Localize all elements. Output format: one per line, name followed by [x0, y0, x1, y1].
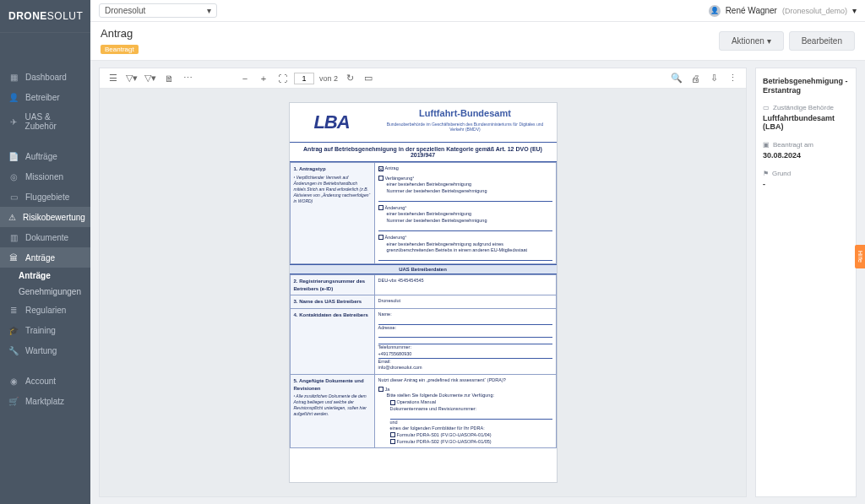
nav-label: Wartung [25, 346, 57, 355]
download-icon[interactable]: ⇩ [707, 72, 721, 85]
details-label: Beantragt am [773, 141, 813, 149]
page-header: Antrag Beantragt Aktionen ▾ Bearbeiten [90, 22, 865, 61]
pdf-form-heading: Antrag auf Betriebsgenehmigung in der sp… [290, 143, 557, 162]
details-title: Betriebsgenehmigung - Erstantrag [763, 77, 849, 95]
fit-icon[interactable]: ⛶ [275, 72, 289, 85]
nav-icon: ✈ [8, 117, 19, 127]
nav-label: Training [25, 326, 56, 335]
chevron-down-icon: ▾ [207, 6, 211, 15]
pdf-toolbar: ☰ ▽▾ ▽▾ 🗎 ⋯ − + ⛶ von 2 ↻ ▭ 🔍 🖨 ⇩ [100, 68, 746, 89]
pdf-viewer: ☰ ▽▾ ▽▾ 🗎 ⋯ − + ⛶ von 2 ↻ ▭ 🔍 🖨 ⇩ [99, 68, 747, 497]
user-org: (Dronesolut_demo) [782, 7, 847, 15]
user-menu[interactable]: 👤 René Wagner (Dronesolut_demo) ▾ [709, 5, 857, 17]
rotate-icon[interactable]: ↻ [343, 72, 356, 85]
pdf-section-header: UAS Betreiberdaten [290, 264, 557, 274]
sidebar-item-account[interactable]: ◉Account [0, 371, 90, 391]
workspace-selector[interactable]: Dronesolut ▾ [99, 3, 217, 18]
nav-label: Missionen [25, 172, 63, 182]
nav-icon: ▭ [8, 192, 19, 202]
page-title: Antrag [101, 27, 139, 40]
logo-text-1: DRONE [8, 10, 47, 22]
nav-icon: ◉ [8, 376, 19, 386]
nav-label: Risikobewertung [23, 213, 85, 222]
content-area: ☰ ▽▾ ▽▾ 🗎 ⋯ − + ⛶ von 2 ↻ ▭ 🔍 🖨 ⇩ [90, 61, 865, 504]
nav-label: Aufträge [25, 152, 57, 161]
search-icon[interactable]: 🔍 [670, 72, 683, 85]
highlight-icon[interactable]: ▽▾ [125, 72, 139, 85]
topbar: Dronesolut ▾ 👤 René Wagner (Dronesolut_d… [90, 0, 865, 22]
sidebar-item-missionen[interactable]: ◎Missionen [0, 166, 90, 187]
zoom-out-icon[interactable]: − [238, 72, 252, 85]
sidebar-item-dashboard[interactable]: ▦Dashboard [0, 67, 90, 87]
edit-button[interactable]: Bearbeiten [789, 31, 855, 51]
avatar: 👤 [709, 5, 721, 17]
details-label: Grund [772, 170, 791, 177]
authority-icon: ▭ [763, 104, 770, 111]
nav-label: UAS & Zubehör [25, 112, 82, 131]
pdf-authority-title: Luftfahrt-Bundesamt [379, 108, 552, 118]
nav-label: Dokumente [25, 233, 68, 242]
nav-label: Anträge [25, 253, 55, 263]
nav-icon: ⚠ [8, 212, 16, 222]
nav-label: Marktplatz [25, 397, 64, 406]
sidebar-item-risikobewertung[interactable]: ⚠Risikobewertung [0, 207, 90, 227]
help-tab[interactable]: Hilfe [855, 245, 865, 268]
user-name: René Wagner [726, 6, 777, 15]
sidebar-item-dokumente[interactable]: ▥Dokumente [0, 227, 90, 247]
sidebar-item-antr-ge[interactable]: 🏛Anträge [0, 247, 90, 268]
details-panel: Betriebsgenehmigung - Erstantrag ▭Zustän… [755, 68, 857, 497]
draw-icon[interactable]: ▽▾ [144, 72, 157, 85]
sidebar-subitem-antr-ge[interactable]: Anträge [0, 268, 90, 284]
pdf-lba-logo: LBA [290, 103, 374, 142]
calendar-icon: ▣ [763, 141, 770, 149]
print-icon[interactable]: 🖨 [688, 72, 702, 85]
status-badge: Beantragt [101, 45, 139, 54]
nav-icon: 👤 [8, 92, 19, 102]
sidebar-item-betreiber[interactable]: 👤Betreiber [0, 87, 90, 107]
main-nav: ▦Dashboard👤Betreiber✈UAS & Zubehör📄Auftr… [0, 33, 90, 504]
sidebar-subitem-genehmigungen[interactable]: Genehmigungen [0, 284, 90, 300]
nav-label: Betreiber [25, 93, 60, 102]
text-select-icon[interactable]: 🗎 [162, 72, 176, 85]
workspace-name: Dronesolut [105, 6, 145, 15]
sidebar: DRONESOLUT ▦Dashboard👤Betreiber✈UAS & Zu… [0, 0, 90, 504]
sidebar-item-training[interactable]: 🎓Training [0, 320, 90, 340]
nav-icon: ▥ [8, 232, 19, 242]
details-label: Zuständige Behörde [773, 104, 834, 111]
pdf-authority-subtitle: Bundesoberbehörde im Geschäftsbereich de… [379, 122, 552, 132]
nav-icon: 📄 [8, 151, 19, 161]
app-logo: DRONESOLUT [0, 0, 90, 33]
more-icon[interactable]: ⋯ [181, 72, 194, 85]
sidebar-item-uas-zubeh-r[interactable]: ✈UAS & Zubehör [0, 107, 90, 136]
page-count: von 2 [319, 74, 338, 83]
kebab-icon[interactable]: ⋮ [726, 72, 739, 85]
details-value: Luftfahrtbundesamt (LBA) [763, 114, 849, 131]
nav-label: Dashboard [25, 73, 67, 82]
nav-icon: 🏛 [8, 252, 19, 263]
sidebar-item-auftr-ge[interactable]: 📄Aufträge [0, 146, 90, 166]
nav-label: Regularien [25, 306, 66, 315]
flag-icon: ⚑ [763, 170, 769, 177]
chevron-down-icon: ▾ [852, 6, 857, 15]
logo-text-2: SOLUT [47, 10, 84, 22]
presentation-icon[interactable]: ▭ [362, 72, 375, 85]
pdf-scroll-area[interactable]: LBA Luftfahrt-Bundesamt Bundesoberbehörd… [100, 89, 746, 496]
nav-icon: ◎ [8, 171, 19, 182]
nav-icon: 🎓 [8, 325, 19, 335]
nav-icon: 🔧 [8, 345, 19, 355]
sidebar-item-regularien[interactable]: ≣Regularien [0, 300, 90, 320]
details-value: 30.08.2024 [763, 151, 849, 160]
sidebar-item-marktplatz[interactable]: 🛒Marktplatz [0, 391, 90, 411]
sidebar-item-fluggebiete[interactable]: ▭Fluggebiete [0, 187, 90, 207]
nav-icon: ▦ [8, 72, 19, 82]
nav-icon: ≣ [8, 305, 19, 315]
nav-icon: 🛒 [8, 396, 19, 406]
actions-button[interactable]: Aktionen ▾ [719, 31, 784, 51]
sidebar-item-wartung[interactable]: 🔧Wartung [0, 340, 90, 360]
zoom-in-icon[interactable]: + [257, 72, 270, 85]
pdf-page-1: LBA Luftfahrt-Bundesamt Bundesoberbehörd… [289, 102, 558, 483]
sidebar-toggle-icon[interactable]: ☰ [106, 72, 120, 85]
page-input[interactable] [294, 73, 314, 84]
details-value: - [763, 180, 849, 188]
nav-label: Fluggebiete [25, 192, 69, 202]
